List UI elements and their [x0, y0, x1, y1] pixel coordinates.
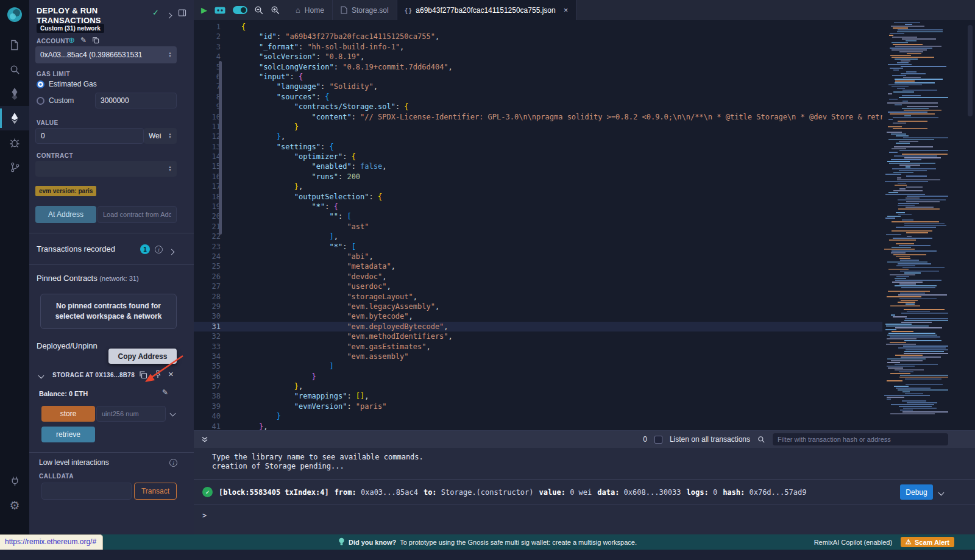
code-line[interactable]: "language": "Solidity", — [229, 82, 882, 91]
code-line[interactable]: } — [229, 372, 882, 381]
tab-home[interactable]: ⌂ Home — [288, 0, 333, 20]
code-line[interactable]: }, — [229, 422, 882, 430]
listen-checkbox[interactable] — [654, 436, 662, 444]
estimated-gas-radio[interactable] — [37, 80, 44, 88]
code-line[interactable]: }, — [229, 182, 882, 191]
code-line[interactable]: "content": "// SPDX-License-Identifier: … — [229, 112, 882, 122]
log-expand-icon[interactable] — [939, 488, 943, 497]
code-line[interactable]: { — [229, 22, 882, 32]
code-line[interactable]: "evm.legacyAssembly", — [229, 302, 882, 311]
terminal-filter-input[interactable] — [773, 433, 948, 445]
value-unit-select[interactable]: Wei ▲▼ — [144, 128, 177, 144]
at-address-input[interactable] — [98, 206, 177, 223]
code-line[interactable]: "evm.methodIdentifiers", — [229, 331, 882, 341]
debug-button[interactable]: Debug — [900, 484, 933, 500]
transaction-log-row[interactable]: ✓ [block:5583405 txIndex:4]from: 0xa03..… — [194, 479, 975, 505]
copy-account-icon[interactable] — [92, 37, 99, 44]
solidity-compiler-icon[interactable] — [0, 82, 29, 106]
transact-button[interactable]: Transact — [134, 483, 177, 500]
code-line[interactable]: "": [ — [229, 211, 882, 221]
zoom-in-icon[interactable] — [271, 5, 280, 15]
transactions-expand-icon[interactable] — [169, 247, 174, 256]
code-line[interactable]: "optimizer": { — [229, 152, 882, 161]
panel-chevron-right-icon[interactable] — [167, 11, 171, 19]
code-line[interactable]: "evm.assembly" — [229, 352, 882, 361]
code-area[interactable]: { "id": "a69b43f277ba20fcac141151250ca75… — [229, 22, 882, 430]
code-line[interactable]: "outputSelection": { — [229, 192, 882, 202]
code-line[interactable]: "evm.gasEstimates", — [229, 342, 882, 352]
pin-contract-icon[interactable] — [154, 370, 162, 378]
code-line[interactable]: ] — [229, 361, 882, 371]
code-line[interactable]: "evm.bytecode", — [229, 311, 882, 321]
copilot-status[interactable]: RemixAI Copilot (enabled) — [814, 539, 892, 546]
at-address-button[interactable]: At Address — [35, 206, 96, 223]
edit-account-icon[interactable]: ✎ — [80, 36, 87, 44]
retrieve-button[interactable]: retrieve — [41, 427, 95, 442]
debugger-icon[interactable] — [0, 130, 29, 155]
zoom-out-icon[interactable] — [254, 5, 264, 15]
source-control-icon[interactable] — [0, 155, 29, 179]
terminal-expand-icon[interactable] — [201, 436, 208, 443]
store-button[interactable]: store — [41, 406, 95, 422]
code-line[interactable]: "metadata", — [229, 261, 882, 271]
code-editor[interactable]: 1234567891011121314151617181920212223242… — [194, 20, 975, 430]
calldata-input[interactable] — [41, 483, 132, 500]
code-line[interactable]: }, — [229, 381, 882, 391]
add-account-icon[interactable]: ⊕ — [68, 35, 75, 44]
low-level-info-icon[interactable]: i — [169, 459, 177, 467]
transactions-info-icon[interactable]: i — [155, 246, 163, 253]
account-select[interactable]: 0xA03...85ac4 (0.39866531531 ▲▼ — [35, 46, 177, 63]
code-line[interactable]: "settings": { — [229, 142, 882, 152]
code-line[interactable]: "input": { — [229, 72, 882, 82]
copy-address-icon[interactable] — [139, 370, 147, 379]
edit-balance-icon[interactable]: ✎ — [162, 388, 168, 397]
account-stepper-icon[interactable]: ▲▼ — [168, 52, 172, 58]
scam-alert-badge[interactable]: ⚠Scam Alert — [901, 537, 954, 547]
code-line[interactable]: "id": "a69b43f277ba20fcac141151250ca755"… — [229, 32, 882, 41]
terminal-prompt[interactable]: > — [202, 511, 975, 520]
code-line[interactable]: "devdoc", — [229, 272, 882, 282]
search-icon[interactable] — [0, 57, 29, 82]
value-unit-stepper-icon[interactable]: ▲▼ — [168, 133, 172, 139]
editor-scrollbar[interactable] — [968, 25, 973, 116]
tab-build-info-json[interactable]: { } a69b43f277ba20fcac141151250ca755.jso… — [397, 0, 577, 20]
code-line[interactable]: "*": [ — [229, 242, 882, 252]
code-line[interactable]: "ast" — [229, 222, 882, 232]
custom-gas-radio[interactable] — [37, 97, 44, 105]
contract-collapse-icon[interactable] — [39, 371, 43, 380]
tab-storage-sol[interactable]: Storage.sol — [333, 0, 397, 20]
code-line[interactable]: "evmVersion": "paris" — [229, 402, 882, 411]
code-line[interactable]: "solcLongVersion": "0.8.19+commit.7dd6d4… — [229, 62, 882, 72]
code-line[interactable]: "abi", — [229, 252, 882, 261]
remove-contract-icon[interactable]: × — [168, 369, 174, 379]
plugin-manager-icon[interactable] — [0, 469, 29, 493]
code-line[interactable]: "solcVersion": "0.8.19", — [229, 52, 882, 62]
panel-scrollbar[interactable] — [219, 61, 222, 235]
remix-logo-icon[interactable] — [5, 5, 24, 24]
code-line[interactable]: "remappings": [], — [229, 391, 882, 401]
code-line[interactable]: "runs": 200 — [229, 172, 882, 182]
code-line[interactable]: "enabled": false, — [229, 161, 882, 171]
code-line[interactable]: } — [229, 122, 882, 132]
deploy-run-icon[interactable] — [0, 106, 29, 130]
code-line[interactable]: "evm.deployedBytecode", — [229, 322, 882, 331]
contract-select[interactable]: ▲▼ — [35, 161, 177, 177]
remixai-icon[interactable] — [214, 6, 226, 15]
code-line[interactable]: "storageLayout", — [229, 292, 882, 302]
file-explorer-icon[interactable] — [0, 33, 29, 57]
code-line[interactable]: }, — [229, 132, 882, 141]
code-line[interactable]: "*": { — [229, 202, 882, 211]
value-input[interactable] — [35, 128, 144, 144]
editor-toggle-icon[interactable] — [233, 6, 247, 14]
close-tab-icon[interactable]: × — [564, 5, 569, 15]
code-line[interactable]: "userdoc", — [229, 282, 882, 291]
code-line[interactable]: "sources": { — [229, 92, 882, 102]
minimap[interactable] — [882, 21, 948, 429]
store-arg-input[interactable] — [96, 406, 166, 422]
code-line[interactable]: "contracts/Storage.sol": { — [229, 102, 882, 112]
custom-gas-input[interactable] — [95, 93, 177, 108]
code-line[interactable]: } — [229, 411, 882, 421]
run-script-icon[interactable]: ▶ — [201, 5, 207, 15]
settings-gear-icon[interactable]: ⚙ — [0, 493, 29, 517]
pin-panel-icon[interactable] — [178, 9, 186, 17]
